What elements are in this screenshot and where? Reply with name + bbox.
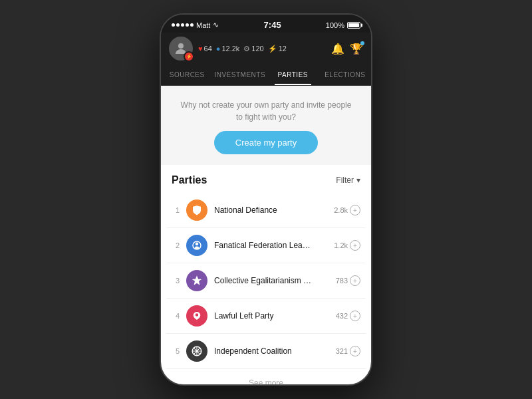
tab-elections[interactable]: Elections	[319, 65, 371, 85]
tab-investments[interactable]: Investments	[213, 65, 267, 85]
stats-row: ♥ 64 ● 12.2k ⚙ 120 ⚡ 12	[198, 45, 326, 53]
stat-coins: ● 12.2k	[216, 45, 240, 53]
party-info: Independent Coalition	[214, 346, 329, 356]
party-avatar	[186, 305, 207, 327]
list-item[interactable]: 3 Collective Egalitarianism Uni... 783 +	[166, 263, 366, 299]
filter-chevron-icon: ▾	[356, 176, 360, 185]
party-avatar	[186, 200, 207, 221]
wifi-icon: ∿	[213, 21, 219, 29]
parties-header: Parties Filter ▾	[161, 165, 371, 193]
top-bar: ⚡ ♥ 64 ● 12.2k ⚙ 120 ⚡ 12 🔔 🏆	[161, 33, 371, 65]
party-count-value: 1.2k	[334, 241, 348, 249]
party-rank: 5	[172, 347, 180, 355]
see-more-button[interactable]: See more	[161, 369, 371, 384]
tab-sources[interactable]: Sources	[161, 65, 213, 85]
party-info: Lawful Left Party	[214, 311, 329, 321]
stat-likes: ♥ 64	[198, 45, 212, 53]
create-party-button[interactable]: Create my party	[214, 131, 318, 154]
party-name: Fanatical Federation League	[214, 241, 314, 250]
join-icon[interactable]: +	[350, 205, 360, 215]
party-list: 1 National Defiance 2.8k + 2	[161, 193, 371, 369]
carrier-name: Matt	[196, 21, 210, 29]
tab-parties[interactable]: Parties	[267, 65, 319, 85]
party-name: Collective Egalitarianism Uni...	[214, 276, 314, 285]
list-item[interactable]: 2 Fanatical Federation League 1.2k +	[166, 228, 366, 263]
party-count: 432 +	[336, 311, 360, 321]
party-count-value: 2.8k	[334, 206, 348, 214]
status-bar-left: Matt ∿	[172, 21, 219, 29]
party-rank: 1	[172, 206, 180, 214]
party-avatar	[186, 235, 207, 256]
party-count: 2.8k +	[334, 205, 360, 215]
signal-dots	[172, 23, 194, 27]
party-count: 783 +	[336, 275, 360, 286]
list-item[interactable]: 4 Lawful Left Party 432 +	[166, 299, 366, 334]
status-bar-right: 100%	[326, 21, 360, 29]
avatar-badge: ⚡	[184, 51, 194, 62]
nav-tabs: Sources Investments Parties Elections	[161, 65, 371, 86]
join-icon[interactable]: +	[350, 275, 360, 286]
filter-button[interactable]: Filter ▾	[336, 176, 360, 185]
join-icon[interactable]: +	[350, 240, 360, 251]
party-count: 1.2k +	[334, 240, 360, 251]
party-rank: 4	[172, 312, 180, 320]
coin-icon: ●	[216, 45, 221, 53]
trophy-dot	[360, 41, 364, 45]
invite-section: Why not create your own party and invite…	[161, 86, 371, 165]
parties-title: Parties	[172, 174, 207, 186]
status-bar: Matt ∿ 7:45 100%	[161, 15, 371, 33]
party-count-value: 432	[336, 312, 348, 320]
filter-label: Filter	[336, 176, 354, 185]
stat-people-value: 120	[251, 45, 263, 53]
heart-icon: ♥	[198, 45, 203, 53]
party-count: 321 +	[336, 346, 360, 356]
list-item[interactable]: 5 Independent Coalition 321 +	[166, 334, 366, 369]
status-time: 7:45	[264, 20, 281, 30]
content-area: Why not create your own party and invite…	[161, 86, 371, 384]
party-info: Fanatical Federation League	[214, 241, 327, 250]
svg-point-0	[178, 43, 184, 49]
list-item[interactable]: 1 National Defiance 2.8k +	[166, 193, 366, 228]
phone-frame: Matt ∿ 7:45 100% ⚡ ♥ 64	[160, 13, 372, 386]
party-rank: 2	[172, 241, 180, 249]
invite-text: Why not create your own party and invite…	[177, 99, 355, 123]
avatar-wrap[interactable]: ⚡	[169, 37, 193, 61]
battery-icon	[347, 22, 360, 29]
party-rank: 3	[172, 277, 180, 285]
top-bar-right: 🔔 🏆	[331, 43, 363, 55]
lightning-icon: ⚡	[268, 45, 277, 53]
party-count-value: 321	[336, 347, 348, 355]
stat-coins-value: 12.2k	[221, 45, 239, 53]
party-count-value: 783	[336, 277, 348, 285]
party-avatar	[186, 340, 207, 362]
party-info: Collective Egalitarianism Uni...	[214, 276, 329, 285]
people-icon: ⚙	[243, 45, 250, 53]
party-name: National Defiance	[214, 205, 314, 215]
party-info: National Defiance	[214, 205, 327, 215]
parties-section: Parties Filter ▾ 1 National Defiance	[161, 165, 371, 384]
join-icon[interactable]: +	[350, 311, 360, 321]
stat-lightning: ⚡ 12	[268, 45, 287, 53]
join-icon[interactable]: +	[350, 346, 360, 356]
party-name: Lawful Left Party	[214, 311, 314, 321]
party-name: Independent Coalition	[214, 346, 314, 356]
notification-icon[interactable]: 🔔	[331, 43, 344, 55]
svg-point-2	[196, 243, 199, 246]
stat-lightning-value: 12	[279, 45, 287, 53]
trophy-icon[interactable]: 🏆	[350, 43, 363, 55]
stat-likes-value: 64	[204, 45, 212, 53]
battery-percent: 100%	[326, 21, 344, 29]
party-avatar	[186, 270, 207, 291]
stat-people: ⚙ 120	[243, 45, 263, 53]
